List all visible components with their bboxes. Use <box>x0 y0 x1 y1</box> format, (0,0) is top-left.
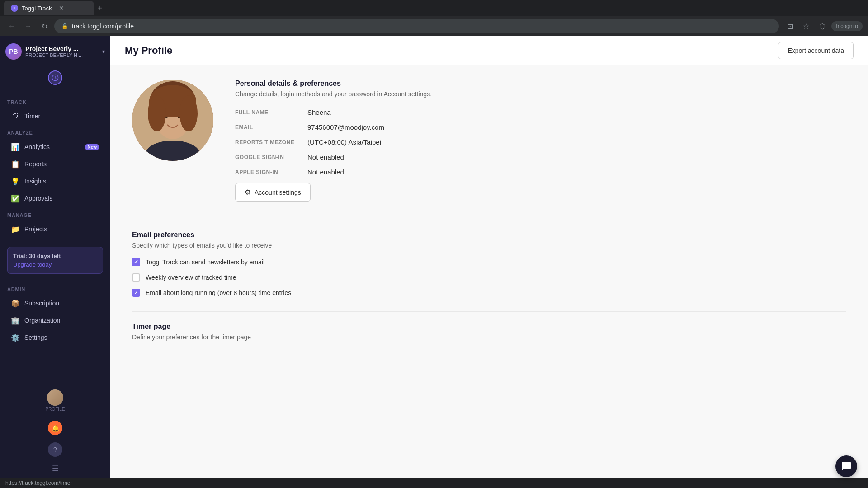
sidebar-item-settings[interactable]: ⚙️ Settings <box>4 329 107 346</box>
email-pref-title: Email preferences <box>132 231 846 239</box>
sidebar-item-projects[interactable]: 📁 Projects <box>4 221 107 237</box>
organization-label: Organization <box>24 317 99 324</box>
email-pref-subtitle: Specify which types of emails you'd like… <box>132 242 846 249</box>
subscription-icon: 📦 <box>11 299 20 308</box>
email-label: EMAIL <box>235 123 307 131</box>
personal-details-section: Personal details & preferences Change de… <box>132 80 846 202</box>
newsletter-checkbox-row: Toggl Track can send newsletters by emai… <box>132 258 846 266</box>
sidebar-item-timer[interactable]: ⏱ Timer <box>4 108 107 124</box>
user-avatar <box>47 389 63 406</box>
notification-btn[interactable]: 🔔 <box>48 421 62 435</box>
browser-tab[interactable]: T Toggl Track ✕ <box>4 1 94 15</box>
apple-signin-value: Not enabled <box>307 168 344 176</box>
workspace-chevron-icon: ▾ <box>102 48 105 55</box>
profile-label: PROFILE <box>46 407 65 412</box>
lock-icon: 🔒 <box>61 23 68 29</box>
export-account-data-btn[interactable]: Export account data <box>778 42 854 59</box>
reports-label: Reports <box>24 160 99 168</box>
new-tab-btn[interactable]: + <box>98 4 103 13</box>
projects-icon: 📁 <box>11 225 20 234</box>
timezone-value: (UTC+08:00) Asia/Taipei <box>307 138 381 146</box>
google-signin-row: GOOGLE SIGN-IN Not enabled <box>235 153 846 161</box>
sidebar-item-reports[interactable]: 📋 Reports <box>4 156 107 172</box>
weekly-overview-checkbox[interactable] <box>132 273 140 282</box>
timezone-label: REPORTS TIMEZONE <box>235 138 307 145</box>
analytics-new-badge: New <box>85 144 99 150</box>
sidebar-collapse-btn[interactable]: ☰ <box>45 462 66 474</box>
weekly-overview-checkbox-row: Weekly overview of tracked time <box>132 273 846 282</box>
reload-btn[interactable]: ↻ <box>38 20 51 33</box>
timer-page-title: Timer page <box>132 323 846 331</box>
full-name-row: FULL NAME Sheena <box>235 108 846 116</box>
profile-details: Personal details & preferences Change de… <box>235 80 846 202</box>
back-btn[interactable]: ← <box>5 20 18 33</box>
status-url: https://track.toggl.com/timer <box>5 480 72 486</box>
long-running-checkbox[interactable] <box>132 289 140 297</box>
tab-close-btn[interactable]: ✕ <box>59 5 64 12</box>
app: PB Project Beverly ... PROJECT BEVERLY H… <box>0 36 868 478</box>
svg-point-8 <box>148 95 166 131</box>
page-header: My Profile Export account data <box>110 36 868 65</box>
section-divider-2 <box>132 311 846 312</box>
analytics-icon: 📊 <box>11 142 20 151</box>
email-row: EMAIL 97456007@moodjoy.com <box>235 123 846 131</box>
timer-page-subtitle: Define your preferences for the timer pa… <box>132 333 846 341</box>
subscription-label: Subscription <box>24 300 99 307</box>
google-signin-label: GOOGLE SIGN-IN <box>235 153 307 160</box>
trial-text: Trial: 30 days left <box>13 253 97 259</box>
admin-section-label: ADMIN <box>0 281 110 295</box>
long-running-checkbox-label: Email about long running (over 8 hours) … <box>146 289 291 296</box>
insights-label: Insights <box>24 178 99 185</box>
email-preferences-section: Email preferences Specify which types of… <box>132 231 846 297</box>
upgrade-link[interactable]: Upgrade today <box>13 261 97 268</box>
sidebar-item-subscription[interactable]: 📦 Subscription <box>4 295 107 311</box>
projects-label: Projects <box>24 225 99 233</box>
apple-signin-row: APPLE SIGN-IN Not enabled <box>235 168 846 176</box>
profile-photo-inner <box>132 80 213 161</box>
email-value: 97456007@moodjoy.com <box>307 123 384 131</box>
account-settings-label: Account settings <box>255 189 301 196</box>
approvals-icon: ✅ <box>11 194 20 203</box>
profile-photo <box>132 80 213 161</box>
help-btn[interactable]: ? <box>48 442 62 457</box>
reports-icon: 📋 <box>11 160 20 169</box>
trial-banner: Trial: 30 days left Upgrade today <box>7 247 103 274</box>
nav-actions: ⊡ ☆ ⬡ Incognito <box>783 19 863 33</box>
workspace-sub: PROJECT BEVERLY HI... <box>25 52 99 58</box>
approvals-label: Approvals <box>24 195 99 202</box>
sidebar-item-approvals[interactable]: ✅ Approvals <box>4 190 107 206</box>
timer-icon: ⏱ <box>11 112 20 121</box>
analytics-label: Analytics <box>24 143 80 150</box>
bookmark-icon[interactable]: ☆ <box>799 19 813 33</box>
forward-btn[interactable]: → <box>22 20 34 33</box>
sidebar-item-organization[interactable]: 🏢 Organization <box>4 312 107 328</box>
workspace-name: Project Beverly ... <box>25 45 99 52</box>
tab-title: Toggl Track <box>22 5 52 12</box>
profile-avatar-area[interactable]: PROFILE <box>42 386 69 415</box>
gear-icon: ⚙ <box>245 188 251 197</box>
long-running-checkbox-row: Email about long running (over 8 hours) … <box>132 289 846 297</box>
account-settings-btn[interactable]: ⚙ Account settings <box>235 183 311 202</box>
sidebar: PB Project Beverly ... PROJECT BEVERLY H… <box>0 36 110 478</box>
full-name-label: FULL NAME <box>235 108 307 116</box>
address-bar[interactable]: 🔒 track.toggl.com/profile <box>54 19 779 33</box>
section-divider <box>132 220 846 220</box>
sidebar-item-analytics[interactable]: 📊 Analytics New <box>4 139 107 155</box>
browser-chrome: T Toggl Track ✕ + <box>0 0 868 16</box>
sidebar-item-insights[interactable]: 💡 Insights <box>4 173 107 189</box>
track-section-label: TRACK <box>0 94 110 108</box>
newsletter-checkbox[interactable] <box>132 258 140 266</box>
workspace-header[interactable]: PB Project Beverly ... PROJECT BEVERLY H… <box>0 36 110 67</box>
page-title: My Profile <box>125 45 172 56</box>
cast-icon[interactable]: ⊡ <box>783 19 797 33</box>
extensions-icon[interactable]: ⬡ <box>815 19 830 33</box>
apple-signin-label: APPLE SIGN-IN <box>235 168 307 175</box>
full-name-value: Sheena <box>307 108 331 116</box>
tab-favicon: T <box>11 5 18 12</box>
chat-bubble-btn[interactable] <box>835 455 857 477</box>
timer-quick-icon[interactable] <box>48 70 62 85</box>
personal-details-subtitle: Change details, login methods and your p… <box>235 90 846 98</box>
insights-icon: 💡 <box>11 177 20 186</box>
main-content-area: My Profile Export account data <box>110 36 868 478</box>
organization-icon: 🏢 <box>11 316 20 325</box>
